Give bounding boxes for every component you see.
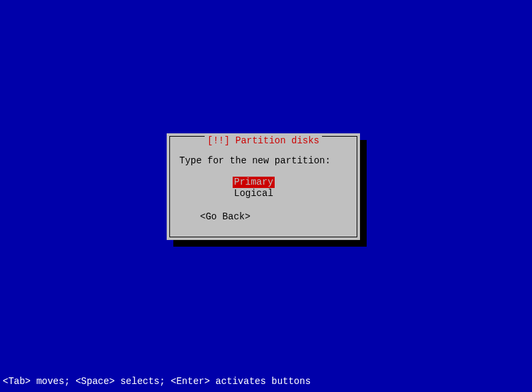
dialog-border: [!!] Partition disks Type for the new pa… [169, 136, 357, 237]
help-bar: <Tab> moves; <Space> selects; <Enter> ac… [3, 376, 311, 387]
partition-dialog: [!!] Partition disks Type for the new pa… [167, 133, 360, 240]
partition-type-options: Primary Logical [233, 177, 275, 199]
dialog-title: [!!] Partition disks [205, 135, 322, 146]
go-back-button[interactable]: <Go Back> [200, 211, 251, 222]
dialog-prompt: Type for the new partition: [179, 155, 331, 166]
option-logical[interactable]: Logical [233, 188, 275, 199]
option-primary[interactable]: Primary [233, 177, 275, 188]
